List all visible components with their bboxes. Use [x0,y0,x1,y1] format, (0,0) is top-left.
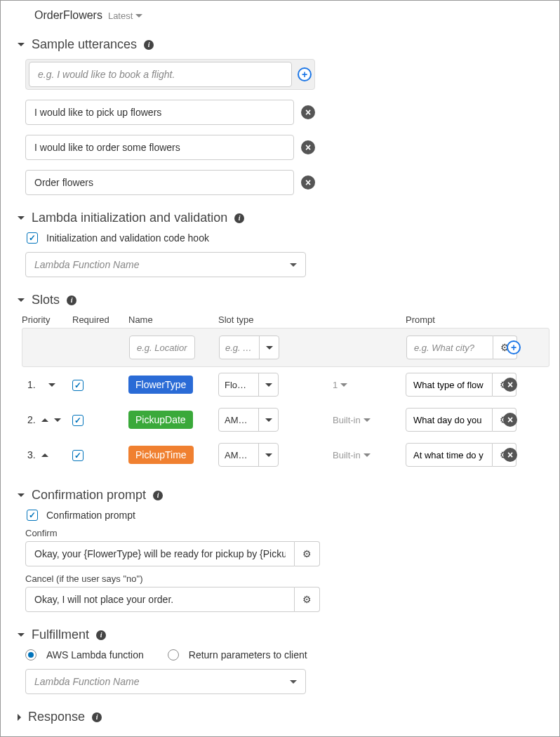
priority-down-button[interactable] [48,383,55,387]
section-title: Slots [32,293,60,307]
col-type: Slot type [218,314,333,325]
cancel-settings-button[interactable]: ⚙ [295,587,320,612]
chevron-down-icon [340,383,347,387]
slot-type-select[interactable]: AMA… [218,408,279,432]
section-slots: Slots i Priority Required Name Slot type… [11,293,549,472]
lambda-function-placeholder: Lambda Function Name [34,259,139,270]
cancel-label: Cancel (if the user says "no") [25,573,549,584]
section-fulfillment: Fulfillment i AWS Lambda function Return… [11,628,549,694]
slot-required-checkbox[interactable] [72,415,84,426]
confirm-prompt-input[interactable] [25,541,295,566]
section-header[interactable]: Fulfillment i [18,628,549,642]
section-sample-utterances: Sample utterances i [11,37,549,195]
fulfillment-return-radio[interactable] [168,649,179,660]
remove-utterance-button[interactable] [301,175,315,190]
slot-prompt-input[interactable] [406,443,493,467]
section-header[interactable]: Lambda initialization and validation i [18,211,549,225]
remove-utterance-button[interactable] [301,140,315,154]
section-title: Fulfillment [32,628,89,642]
section-confirmation: Confirmation prompt i Confirmation promp… [11,488,549,612]
section-header[interactable]: Response i [18,710,549,724]
info-icon[interactable]: i [153,491,163,500]
slot-required-checkbox[interactable] [72,380,84,391]
new-slot-row: e.g. A… ⚙ [22,328,549,367]
col-required: Required [72,314,128,325]
col-name: Name [128,314,218,325]
slot-row: 3. PickupTime AMA… Built-in [22,437,549,472]
remove-slot-button[interactable] [503,378,517,392]
page-header: OrderFlowers Latest [11,9,549,22]
info-icon[interactable]: i [234,213,244,223]
info-icon[interactable]: i [144,40,154,50]
chevron-down-icon [258,444,278,466]
version-selector[interactable]: Latest [108,11,142,21]
slot-builtin-dropdown[interactable]: Built-in [333,415,371,425]
fulfillment-function-select[interactable]: Lambda Function Name [25,669,306,694]
priority-up-button[interactable] [41,453,48,457]
init-validation-checkbox-row: Initialization and validation code hook [27,232,549,244]
slot-type-select[interactable]: Flowe… [218,373,279,397]
confirmation-checkbox-row: Confirmation prompt [27,510,549,521]
section-header[interactable]: Sample utterances i [18,37,549,52]
slot-name-chip[interactable]: PickupTime [128,446,194,464]
section-header[interactable]: Slots i [18,293,549,307]
utterance-input[interactable] [25,135,294,160]
slot-version-dropdown[interactable]: 1 [333,380,347,390]
init-validation-label: Initialization and validation code hook [46,232,209,244]
add-utterance-button[interactable] [298,67,312,81]
remove-slot-button[interactable] [503,413,517,427]
col-prompt: Prompt [406,314,495,325]
priority-down-button[interactable] [54,418,61,422]
section-header[interactable]: Confirmation prompt i [18,488,549,503]
init-validation-checkbox[interactable] [27,232,38,244]
slot-priority: 3. [27,449,36,460]
chevron-down-icon [18,298,25,302]
add-slot-button[interactable] [507,340,521,354]
info-icon[interactable]: i [96,630,106,640]
new-utterance-input[interactable] [29,62,292,87]
info-icon[interactable]: i [67,296,76,305]
slot-prompt-input[interactable] [406,408,493,432]
slot-required-checkbox[interactable] [72,450,84,461]
slot-row: 2. PickupDate AMA… Built-in [22,402,549,437]
fulfillment-return-label: Return parameters to client [189,649,307,660]
info-icon[interactable]: i [92,712,102,722]
section-title: Confirmation prompt [32,488,146,503]
chevron-down-icon [258,409,278,431]
remove-utterance-button[interactable] [301,105,315,119]
chevron-down-icon [259,336,279,359]
utterance-row [25,135,549,160]
fulfillment-lambda-radio[interactable] [25,649,36,660]
slot-name-chip[interactable]: PickupDate [128,411,193,429]
intent-name: OrderFlowers [34,9,102,22]
confirm-settings-button[interactable]: ⚙ [295,541,320,566]
chevron-down-icon [18,216,25,220]
confirmation-checkbox[interactable] [27,510,38,521]
slot-builtin-dropdown[interactable]: Built-in [333,450,371,460]
slot-row: 1. FlowerType Flowe… 1 [22,367,549,402]
utterance-row [25,100,549,125]
slot-type-value: Flowe… [219,380,258,390]
utterance-row [25,170,549,195]
fulfillment-function-placeholder: Lambda Function Name [34,676,139,687]
new-slot-name-input[interactable] [129,336,195,359]
new-slot-type-select[interactable]: e.g. A… [219,336,279,359]
chevron-down-icon [18,493,25,497]
chevron-down-icon [364,453,371,457]
col-priority: Priority [22,314,72,325]
slot-priority: 2. [27,414,36,425]
chevron-down-icon [18,43,25,46]
slot-name-chip[interactable]: FlowerType [128,376,193,394]
utterance-input[interactable] [25,170,294,195]
slot-type-select[interactable]: AMA… [218,443,279,467]
cancel-prompt-input[interactable] [25,587,295,612]
chevron-down-icon [258,373,278,396]
chevron-right-icon [18,714,21,721]
utterance-input[interactable] [25,100,294,125]
lambda-function-select[interactable]: Lambda Function Name [25,252,306,277]
section-response: Response i [11,710,549,724]
priority-up-button[interactable] [41,418,48,422]
slot-prompt-input[interactable] [406,373,493,397]
new-slot-prompt-input[interactable] [406,336,493,359]
remove-slot-button[interactable] [503,448,517,462]
